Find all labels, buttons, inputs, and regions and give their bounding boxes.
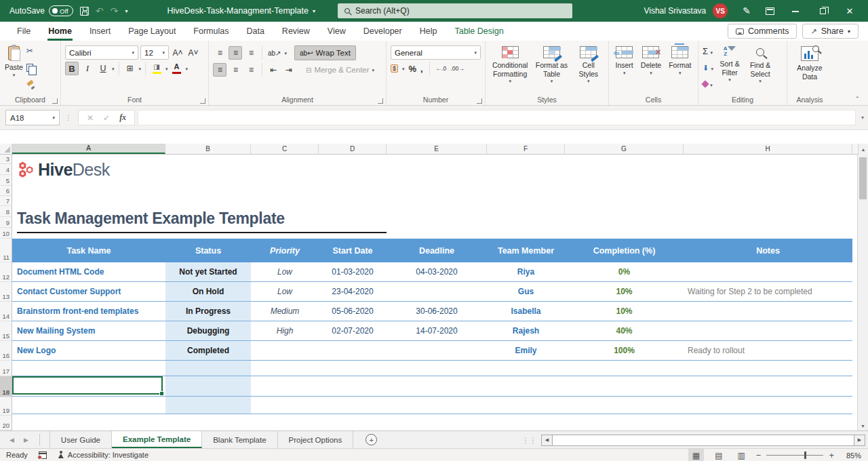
select-all-corner[interactable] xyxy=(0,144,12,154)
ink-pen-icon[interactable]: ✎ xyxy=(743,5,751,16)
decrease-decimal-icon[interactable]: .00→ xyxy=(450,65,464,72)
borders-icon[interactable]: ⊞ xyxy=(123,62,137,75)
macro-record-icon[interactable] xyxy=(39,452,47,459)
underline-chevron-icon[interactable]: ▾ xyxy=(112,66,115,72)
clear-button[interactable]: ▾ xyxy=(703,79,713,89)
header-team-member[interactable]: Team Member xyxy=(487,239,565,262)
horizontal-scroll-thumb[interactable] xyxy=(552,435,854,445)
cell-status[interactable]: Completed xyxy=(165,341,251,360)
column-header-h[interactable]: H xyxy=(684,144,852,154)
cell-deadline[interactable]: 04-03-2020 xyxy=(387,262,487,281)
cell-start-date[interactable] xyxy=(319,341,387,360)
row-header-18[interactable]: 18 xyxy=(0,376,12,397)
column-header-c[interactable]: C xyxy=(251,144,319,154)
sheet-nav-left-icon[interactable]: ◀ xyxy=(9,437,14,443)
header-start-date[interactable]: Start Date xyxy=(319,239,387,262)
column-header-e[interactable]: E xyxy=(387,144,487,154)
header-completion[interactable]: Completion (%) xyxy=(565,239,684,262)
row-header-17[interactable]: 17 xyxy=(0,361,12,376)
row-header-7[interactable]: 7 xyxy=(0,196,12,206)
ribbon-display-options-icon[interactable] xyxy=(766,7,774,15)
formula-input[interactable] xyxy=(138,110,856,125)
format-as-table-button[interactable]: Format as Table ▾ xyxy=(532,43,570,92)
accessibility-status[interactable]: Accessibility: Investigate xyxy=(58,451,149,459)
tab-data[interactable]: Data xyxy=(237,22,273,41)
copy-icon[interactable] xyxy=(26,64,33,72)
quick-access-chevron-icon[interactable]: ▾ xyxy=(125,8,128,14)
zoom-slider-thumb[interactable] xyxy=(804,452,806,459)
cell-start-date[interactable]: 01-03-2020 xyxy=(319,262,387,281)
header-priority[interactable]: Priority xyxy=(251,239,319,262)
cell-completion[interactable]: 10% xyxy=(565,282,684,301)
tab-review[interactable]: Review xyxy=(273,22,319,41)
percent-format-icon[interactable]: % xyxy=(409,64,417,74)
cell-notes[interactable]: Ready to rollout xyxy=(684,341,852,360)
cell-team-member[interactable]: Gus xyxy=(487,282,565,301)
cell-team-member[interactable]: Emily xyxy=(487,341,565,360)
wrap-text-button[interactable]: ab↩ Wrap Text xyxy=(294,45,356,60)
sheet-tab-project-options[interactable]: Project Options xyxy=(278,431,354,448)
align-bottom-icon[interactable]: ≡ xyxy=(244,46,258,60)
insert-cells-button[interactable]: ⇦ Insert ▾ xyxy=(614,43,635,92)
conditional-formatting-button[interactable]: Conditional Formatting ▾ xyxy=(489,43,531,92)
comments-button[interactable]: Comments xyxy=(728,24,797,39)
restore-button[interactable] xyxy=(816,6,829,16)
sheet-tab-example-template[interactable]: Example Template xyxy=(112,431,202,448)
sheet-nav-right-icon[interactable]: ▶ xyxy=(24,437,28,443)
tab-formulas[interactable]: Formulas xyxy=(184,22,237,41)
row-header-10[interactable]: 10 xyxy=(0,228,12,239)
cell-status[interactable]: On Hold xyxy=(165,282,251,301)
normal-view-icon[interactable]: ▦ xyxy=(688,449,704,461)
cell-status[interactable]: Not yet Started xyxy=(165,262,251,281)
align-right-icon[interactable]: ≡ xyxy=(244,63,258,77)
tab-developer[interactable]: Developer xyxy=(355,22,411,41)
cut-icon[interactable]: ✂ xyxy=(26,47,35,55)
cell-task-name[interactable]: Brainstorm front-end templates xyxy=(12,302,165,321)
underline-button[interactable]: U xyxy=(96,62,110,75)
cell-deadline[interactable]: 14-07-2020 xyxy=(387,321,487,340)
find-select-button[interactable]: Find & Select ▾ xyxy=(745,43,776,92)
row-header-3[interactable]: 3 xyxy=(0,155,12,164)
autosave-toggle-pill[interactable]: Off xyxy=(49,5,73,16)
row-header-4[interactable]: 4 xyxy=(0,164,12,175)
row-header-6[interactable]: 6 xyxy=(0,186,12,196)
tab-help[interactable]: Help xyxy=(411,22,446,41)
insert-function-icon[interactable]: fx xyxy=(119,113,126,123)
align-center-icon[interactable]: ≡ xyxy=(229,63,242,77)
clipboard-dialog-launcher-icon[interactable] xyxy=(52,98,58,104)
header-task-name[interactable]: Task Name xyxy=(12,239,165,262)
font-color-icon[interactable]: A xyxy=(170,62,184,75)
cell-deadline[interactable] xyxy=(387,282,487,301)
cell-completion[interactable]: 100% xyxy=(565,341,684,360)
avatar[interactable]: VS xyxy=(713,3,728,18)
minimize-button[interactable] xyxy=(789,6,802,16)
collapse-ribbon-icon[interactable]: ⌃ xyxy=(854,96,860,102)
cell-notes[interactable]: Waiting for Step 2 to be completed xyxy=(684,282,852,301)
zoom-level[interactable]: 85% xyxy=(841,452,861,460)
close-button[interactable]: ✕ xyxy=(844,6,856,16)
delete-cells-button[interactable]: ✕ Delete ▾ xyxy=(639,43,663,92)
cell-notes[interactable] xyxy=(684,321,852,340)
column-header-a[interactable]: A xyxy=(12,144,165,154)
tab-table-design[interactable]: Table Design xyxy=(446,22,512,41)
user-name[interactable]: Vishal Srivastava xyxy=(644,6,706,16)
row-header-11[interactable]: 11 xyxy=(0,239,12,262)
row-header-20[interactable]: 20 xyxy=(0,416,12,430)
share-button[interactable]: ↗Share▾ xyxy=(802,24,859,39)
tab-page-layout[interactable]: Page Layout xyxy=(119,22,184,41)
currency-chevron-icon[interactable]: ▾ xyxy=(402,66,405,72)
document-title[interactable]: HiveDesk-Task-Managment-Template ▾ xyxy=(167,6,315,16)
increase-decimal-icon[interactable]: ←.0 xyxy=(436,65,447,72)
number-format-combo[interactable]: General▾ xyxy=(391,45,481,60)
alignment-dialog-launcher-icon[interactable] xyxy=(378,98,383,104)
search-input[interactable]: Search (Alt+Q) xyxy=(338,3,572,18)
cancel-icon[interactable]: ✕ xyxy=(87,113,94,123)
zoom-slider[interactable] xyxy=(766,455,823,456)
formula-bar-grip[interactable]: ⋮ xyxy=(65,114,73,121)
enter-icon[interactable]: ✓ xyxy=(103,113,110,123)
font-name-combo[interactable]: Calibri▾ xyxy=(65,45,138,60)
row-header-12[interactable]: 12 xyxy=(0,262,12,282)
decrease-indent-icon[interactable]: ⇤ xyxy=(267,63,280,77)
cell-status[interactable]: In Progress xyxy=(165,302,251,321)
orientation-chevron-icon[interactable]: ▾ xyxy=(285,51,288,56)
